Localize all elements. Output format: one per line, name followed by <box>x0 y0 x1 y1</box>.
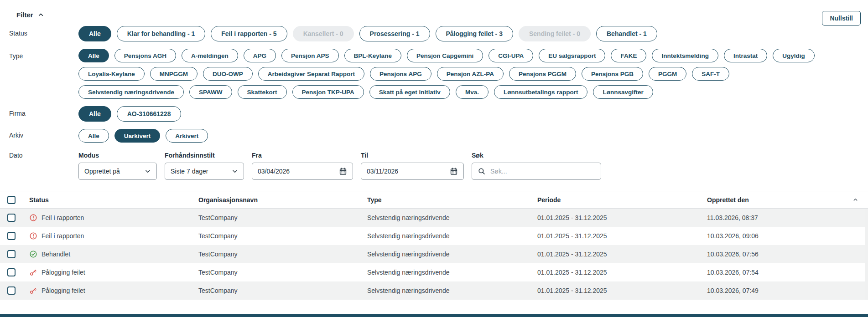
search-box[interactable] <box>472 163 601 180</box>
pill-lønnsavgifter[interactable]: Lønnsavgifter <box>593 85 653 99</box>
row-checkbox[interactable] <box>7 232 16 240</box>
type-pill-group: AllePensjons AGHA-meldingenAPGPensjon AP… <box>78 49 815 99</box>
pill-pensjon-aps[interactable]: Pensjon APS <box>281 49 339 62</box>
from-date-input[interactable]: 03/04/2026 <box>252 163 353 180</box>
status-pill-group: AlleKlar for behandling - 1Feil i rappor… <box>78 26 657 41</box>
pill-pensjon-capgemini[interactable]: Pensjon Capgemini <box>407 49 483 62</box>
pill-a-meldingen[interactable]: A-meldingen <box>182 49 238 62</box>
pill-pensjons-agh[interactable]: Pensjons AGH <box>114 49 176 62</box>
organization-cell: TestCompany <box>198 214 367 221</box>
created-cell: 11.03.2026, 08:37 <box>707 214 868 221</box>
table-row[interactable]: Feil i rapportenTestCompanySelvstendig n… <box>0 227 868 245</box>
created-cell: 10.03.2026, 07:56 <box>707 251 868 258</box>
period-cell: 01.01.2025 - 31.12.2025 <box>537 232 707 240</box>
pill-ao-310661228[interactable]: AO-310661228 <box>117 106 182 122</box>
pill-pensjon-azl-pa[interactable]: Pensjon AZL-PA <box>437 67 504 81</box>
to-date-field: Til 03/11/2026 <box>361 152 464 180</box>
column-header-status[interactable]: Status <box>29 196 198 204</box>
search-input[interactable] <box>490 168 595 175</box>
calendar-icon[interactable] <box>339 167 347 175</box>
pill-feil-i-rapporten-5[interactable]: Feil i rapporten - 5 <box>211 26 287 41</box>
pill-apg[interactable]: APG <box>244 49 276 62</box>
check-circle-icon <box>29 250 37 258</box>
pill-ugyldig[interactable]: Ugyldig <box>773 49 815 62</box>
vertical-scrollbar[interactable] <box>865 209 868 300</box>
pill-fake[interactable]: FAKE <box>611 49 646 62</box>
column-header-type[interactable]: Type <box>367 196 537 204</box>
pill-inntektsmelding[interactable]: Inntektsmelding <box>652 49 718 62</box>
pill-behandlet-1[interactable]: Behandlet - 1 <box>596 26 657 41</box>
pill-arkivert[interactable]: Arkivert <box>166 129 208 143</box>
created-cell: 10.03.2026, 07:49 <box>707 287 868 294</box>
pill-alle[interactable]: Alle <box>78 129 109 143</box>
pill-lønnsutbetalings-rapport[interactable]: Lønnsutbetalings rapport <box>494 85 588 99</box>
pill-bpl-keylane[interactable]: BPL-Keylane <box>344 49 401 62</box>
pill-skatt-på-eget-initiativ[interactable]: Skatt på eget initiativ <box>369 85 450 99</box>
select-all-checkbox[interactable] <box>7 196 16 204</box>
table-row[interactable]: Pålogging feiletTestCompanySelvstendig n… <box>0 263 868 281</box>
created-cell: 10.03.2026, 09:06 <box>707 232 868 240</box>
from-date-field: Fra 03/04/2026 <box>252 152 353 180</box>
column-header-opprettet-den[interactable]: Opprettet den <box>707 196 868 204</box>
pill-klar-for-behandling-1[interactable]: Klar for behandling - 1 <box>117 26 206 41</box>
row-checkbox[interactable] <box>7 214 16 222</box>
pill-pensjons-pgb[interactable]: Pensjons PGB <box>582 67 643 81</box>
pill-loyalis-keylane[interactable]: Loyalis-Keylane <box>78 67 145 81</box>
pill-uarkivert[interactable]: Uarkivert <box>114 129 161 143</box>
key-icon <box>29 268 37 276</box>
pill-arbeidsgiver-separat-rapport[interactable]: Arbeidsgiver Separat Rapport <box>258 67 364 81</box>
chevron-up-icon[interactable] <box>38 12 44 18</box>
pill-alle[interactable]: Alle <box>78 49 109 62</box>
pill-intrastat[interactable]: Intrastat <box>724 49 767 62</box>
pill-mva[interactable]: Mva. <box>456 85 489 99</box>
type-cell: Selvstendig næringsdrivende <box>367 269 537 276</box>
modus-label: Modus <box>78 152 157 159</box>
sort-ascending-icon[interactable] <box>853 197 858 202</box>
calendar-icon[interactable] <box>450 167 458 175</box>
from-date-label: Fra <box>252 152 353 159</box>
organization-cell: TestCompany <box>198 232 367 240</box>
column-header-periode[interactable]: Periode <box>537 196 707 204</box>
preset-field: Forhåndsinnstilt Siste 7 dager <box>165 152 244 180</box>
reset-filters-button[interactable]: Nullstill <box>822 11 861 26</box>
table-row[interactable]: Pålogging feiletTestCompanySelvstendig n… <box>0 281 868 300</box>
error-circle-icon <box>29 232 37 240</box>
pill-eu-salgsrapport[interactable]: EU salgsrapport <box>539 49 605 62</box>
pill-pensjons-apg[interactable]: Pensjons APG <box>370 67 431 81</box>
organization-cell: TestCompany <box>198 269 367 276</box>
pill-pensjons-pggm[interactable]: Pensjons PGGM <box>509 67 576 81</box>
table-row[interactable]: BehandletTestCompanySelvstendig næringsd… <box>0 245 868 263</box>
modus-field: Modus Opprettet på <box>78 152 157 180</box>
preset-select[interactable]: Siste 7 dager <box>165 163 244 180</box>
pill-skattekort[interactable]: Skattekort <box>238 85 287 99</box>
horizontal-scrollbar[interactable] <box>0 314 868 317</box>
reports-table: Status Organisasjonsnavn Type Periode Op… <box>0 191 868 300</box>
pill-pggm[interactable]: PGGM <box>649 67 686 81</box>
period-cell: 01.01.2025 - 31.12.2025 <box>537 269 707 276</box>
pill-pensjon-tkp-upa[interactable]: Pensjon TKP-UPA <box>292 85 364 99</box>
pill-pålogging-feilet-3[interactable]: Pålogging feilet - 3 <box>436 26 513 41</box>
status-filter-row: Status AlleKlar for behandling - 1Feil i… <box>9 26 861 41</box>
row-checkbox[interactable] <box>7 250 16 258</box>
to-date-input[interactable]: 03/11/2026 <box>361 163 464 180</box>
pill-cgi-upa[interactable]: CGI-UPA <box>489 49 533 62</box>
search-label: Søk <box>472 152 601 159</box>
firma-filter-label: Firma <box>9 106 78 117</box>
table-row[interactable]: Feil i rapportenTestCompanySelvstendig n… <box>0 209 868 227</box>
pill-saf-t[interactable]: SAF-T <box>692 67 729 81</box>
pill-alle[interactable]: Alle <box>78 26 111 41</box>
row-checkbox[interactable] <box>7 268 16 276</box>
pill-mnpggm[interactable]: MNPGGM <box>150 67 198 81</box>
row-checkbox-cell <box>0 268 29 276</box>
filter-section: Filter Nullstill Status AlleKlar for beh… <box>0 0 868 180</box>
arkiv-pill-group: AlleUarkivertArkivert <box>78 129 208 143</box>
row-checkbox[interactable] <box>7 286 16 295</box>
pill-spaww[interactable]: SPAWW <box>189 85 232 99</box>
pill-duo-owp[interactable]: DUO-OWP <box>203 67 253 81</box>
period-cell: 01.01.2025 - 31.12.2025 <box>537 214 707 221</box>
pill-prosessering-1[interactable]: Prosessering - 1 <box>359 26 430 41</box>
pill-alle[interactable]: Alle <box>78 106 111 122</box>
pill-selvstendig-næringsdrivende[interactable]: Selvstendig næringsdrivende <box>78 85 184 99</box>
modus-select[interactable]: Opprettet på <box>78 163 157 180</box>
column-header-organisasjonsnavn[interactable]: Organisasjonsnavn <box>198 196 367 204</box>
